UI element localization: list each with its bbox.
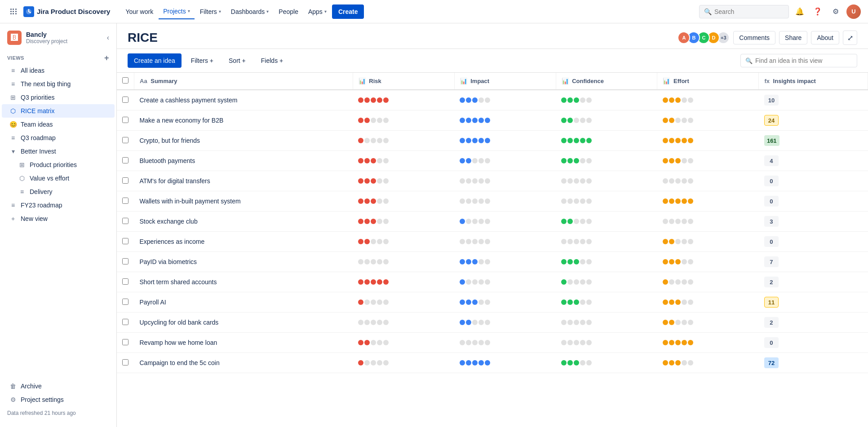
sidebar-item-delivery[interactable]: ≡ Delivery [2, 185, 115, 198]
grid-menu-icon[interactable] [7, 5, 20, 18]
filters-button[interactable]: Filters + [185, 54, 219, 67]
insights-badge-6: 0 [764, 196, 779, 207]
sidebar-item-archive[interactable]: 🗑 Archive [2, 379, 115, 393]
sidebar-item-all-ideas[interactable]: ≡ All ideas [2, 64, 115, 77]
row-summary-2[interactable]: Make a new economy for B2B [134, 110, 353, 131]
settings-icon[interactable]: ⚙ [828, 4, 843, 19]
row-checkbox-1[interactable] [122, 97, 128, 103]
row-checkbox-10[interactable] [122, 278, 128, 285]
create-idea-button[interactable]: Create an idea [128, 53, 182, 68]
sidebar-item-q3-priorities[interactable]: ⊞ Q3 priorities [2, 91, 115, 104]
row-summary-8[interactable]: Experiences as income [134, 232, 353, 252]
sidebar-item-rice-matrix[interactable]: ⬡ RICE matrix [2, 104, 115, 118]
sidebar-item-fy23-roadmap[interactable]: ≡ FY23 roadmap [2, 198, 115, 212]
row-summary-1[interactable]: Create a cashless payment system [134, 90, 353, 110]
about-button[interactable]: About [811, 31, 839, 44]
help-icon[interactable]: ❓ [810, 4, 825, 19]
row-checkbox-14[interactable] [122, 359, 128, 365]
toolbar: Create an idea Filters + Sort + Fields +… [117, 49, 868, 73]
nav-item-filters[interactable]: Filters ▾ [195, 4, 226, 19]
row-impact-7 [454, 211, 556, 232]
row-impact-9 [454, 252, 556, 272]
row-checkbox-9[interactable] [122, 258, 128, 264]
row-summary-11[interactable]: Payroll AI [134, 292, 353, 313]
row-checkbox-3[interactable] [122, 137, 128, 143]
fields-button[interactable]: Fields + [255, 54, 289, 67]
insights-badge-14: 72 [764, 357, 779, 368]
sidebar-item-q3-roadmap[interactable]: ≡ Q3 roadmap [2, 131, 115, 145]
share-button[interactable]: Share [779, 31, 807, 44]
sidebar-item-team-ideas[interactable]: 😊 Team ideas [2, 118, 115, 131]
sidebar-item-next-big-thing[interactable]: ≡ The next big thing [2, 77, 115, 91]
find-input-field[interactable] [755, 57, 852, 64]
search-input[interactable] [714, 8, 784, 15]
row-checkbox-2[interactable] [122, 117, 128, 123]
sort-button[interactable]: Sort + [223, 54, 252, 67]
row-confidence-7 [556, 211, 657, 232]
row-impact-10 [454, 272, 556, 292]
sidebar-item-project-settings[interactable]: ⚙ Project settings [2, 393, 115, 406]
row-summary-13[interactable]: Revamp how we home loan [134, 333, 353, 353]
row-summary-7[interactable]: Stock exchange club [134, 211, 353, 232]
row-checkbox-12[interactable] [122, 319, 128, 325]
project-info: Bancly Discovery project [26, 31, 102, 44]
nav-item-people[interactable]: People [274, 4, 303, 19]
user-avatar[interactable]: U [846, 4, 861, 19]
project-icon: 🅱 [7, 31, 22, 45]
row-checkbox-4[interactable] [122, 157, 128, 163]
row-summary-4[interactable]: Bluetooth payments [134, 151, 353, 171]
row-summary-9[interactable]: PayID via biometrics [134, 252, 353, 272]
select-all-checkbox[interactable] [122, 77, 128, 84]
delivery-icon: ≡ [18, 188, 26, 195]
nav-item-projects[interactable]: Projects ▾ [159, 4, 195, 19]
sidebar-item-better-invest[interactable]: ▾ Better Invest [2, 145, 115, 158]
add-view-button[interactable]: + [104, 54, 109, 62]
row-insights-7: 3 [759, 211, 868, 232]
row-confidence-5 [556, 171, 657, 191]
row-risk-11 [353, 292, 454, 313]
avatar-1: A [678, 31, 690, 44]
row-effort-3 [657, 131, 759, 151]
insights-badge-1: 10 [764, 95, 779, 106]
row-checkbox-11[interactable] [122, 299, 128, 305]
row-impact-12 [454, 313, 556, 333]
row-checkbox-8[interactable] [122, 238, 128, 244]
comments-button[interactable]: Comments [733, 31, 775, 44]
nav-items: Your work Projects ▾ Filters ▾ Dashboard… [121, 4, 695, 19]
main-layout: 🅱 Bancly Discovery project ‹ VIEWS + ≡ A… [0, 23, 868, 427]
create-button[interactable]: Create [332, 4, 364, 19]
expand-button[interactable]: ⤢ [843, 31, 857, 45]
row-summary-12[interactable]: Upcycling for old bank cards [134, 313, 353, 333]
row-risk-4 [353, 151, 454, 171]
row-checkbox-6[interactable] [122, 198, 128, 204]
nav-item-apps[interactable]: Apps ▾ [304, 4, 331, 19]
nav-item-dashboards[interactable]: Dashboards ▾ [226, 4, 274, 19]
row-effort-14 [657, 353, 759, 373]
row-risk-8 [353, 232, 454, 252]
row-checkbox-7[interactable] [122, 218, 128, 224]
insights-badge-5: 0 [764, 176, 779, 186]
sidebar-item-new-view[interactable]: + New view [2, 212, 115, 225]
row-checkbox-5[interactable] [122, 177, 128, 184]
search-bar[interactable]: 🔍 [699, 5, 789, 18]
app-logo[interactable]: Jira Product Discovery [23, 6, 110, 17]
nav-item-your-work[interactable]: Your work [121, 4, 158, 19]
sidebar-item-value-vs-effort[interactable]: ⬡ Value vs effort [2, 172, 115, 185]
sidebar-item-product-priorities[interactable]: ⊞ Product priorities [2, 158, 115, 172]
row-summary-3[interactable]: Crypto, but for friends [134, 131, 353, 151]
row-summary-6[interactable]: Wallets with in-built payment system [134, 191, 353, 211]
row-summary-5[interactable]: ATM's for digital transfers [134, 171, 353, 191]
notifications-icon[interactable]: 🔔 [793, 4, 807, 19]
find-idea-search[interactable]: 🔍 [740, 54, 857, 67]
row-summary-14[interactable]: Campaign to end the 5c coin [134, 353, 353, 373]
sidebar-collapse-button[interactable]: ‹ [107, 34, 109, 42]
insights-badge-9: 7 [764, 256, 779, 267]
data-refresh-label: Data refreshed 21 hours ago [0, 406, 116, 420]
row-summary-10[interactable]: Short term shared accounts [134, 272, 353, 292]
row-checkbox-13[interactable] [122, 339, 128, 345]
col-insights-impact: fx Insights impact [759, 73, 868, 90]
row-impact-1 [454, 90, 556, 110]
rice-matrix-icon: ⬡ [9, 107, 17, 114]
row-checkbox-cell [117, 232, 134, 252]
row-risk-1 [353, 90, 454, 110]
